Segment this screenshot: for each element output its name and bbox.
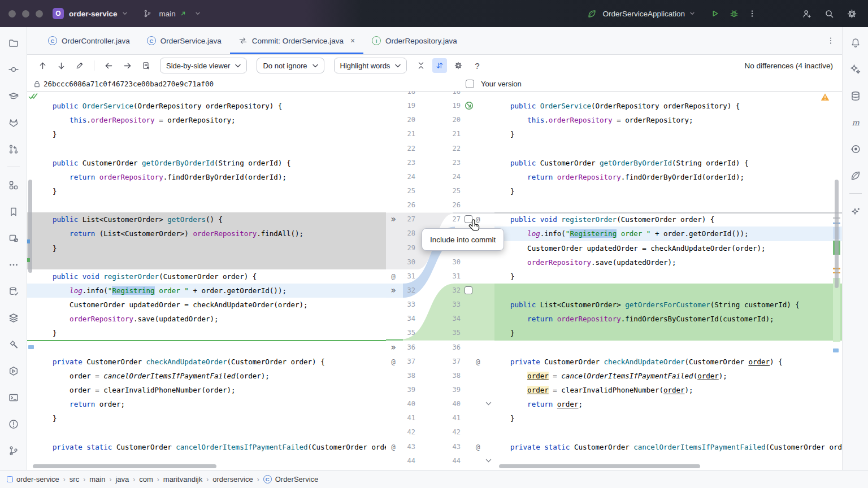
breadcrumb-item[interactable]: order-service [7, 475, 59, 483]
problems-icon[interactable] [4, 411, 23, 437]
recent-icon[interactable] [846, 136, 865, 162]
breadcrumb-separator: › [257, 476, 259, 483]
right-line-number: 20 [445, 113, 461, 127]
breadcrumb-item[interactable]: com [139, 475, 153, 483]
debug-button[interactable] [727, 6, 741, 21]
data-frame-icon[interactable] [4, 225, 23, 251]
gitlab-icon[interactable] [4, 109, 23, 136]
diff-toolbar: Side-by-side viewer Do not ignore Highli… [27, 55, 842, 76]
breadcrumb-item[interactable]: main [89, 475, 105, 483]
window-zoom-button[interactable] [36, 10, 43, 18]
commit-icon[interactable] [4, 56, 23, 82]
whitespace-dropdown[interactable]: Do not ignore [257, 58, 324, 73]
include-into-commit-checkbox[interactable] [465, 286, 472, 294]
edit-icon[interactable] [72, 58, 87, 73]
breadcrumb-item[interactable]: java [115, 475, 129, 483]
tab-orderrepository[interactable]: I OrderRepository.java [363, 27, 466, 54]
search-icon[interactable] [822, 6, 836, 21]
layers-icon[interactable] [4, 304, 23, 331]
chevron-down-icon[interactable] [118, 6, 132, 21]
code-line: } [494, 184, 842, 198]
branch-icon[interactable] [4, 437, 23, 464]
right-vertical-scrollbar[interactable] [835, 180, 839, 288]
sparkles-icon[interactable] [846, 56, 865, 82]
branch-name[interactable]: main [159, 10, 176, 18]
left-horizontal-scrollbar[interactable] [33, 464, 216, 468]
synchronize-scrolling-toggle[interactable] [432, 58, 447, 73]
close-icon[interactable]: × [350, 36, 355, 45]
chevron-down-icon[interactable] [685, 6, 700, 21]
next-change-button[interactable] [54, 58, 68, 73]
left-line-number: 18 [400, 91, 415, 99]
breadcrumb-item[interactable]: src [70, 475, 79, 483]
run-button[interactable] [708, 6, 722, 21]
database-icon[interactable] [846, 82, 865, 109]
tab-options-kebab-icon[interactable] [826, 36, 835, 45]
more-options-icon[interactable] [745, 6, 760, 21]
spring-leaf-icon[interactable] [846, 162, 865, 189]
diff-settings-gear-icon[interactable] [451, 58, 466, 73]
window-close-button[interactable] [8, 10, 16, 18]
preview-diff-icon[interactable] [138, 58, 153, 73]
bookmark-icon[interactable] [4, 198, 23, 225]
hammer-icon[interactable] [4, 331, 23, 358]
left-line-number: 31 [400, 269, 415, 284]
gutter-row: 2626 [386, 198, 494, 212]
folder-icon[interactable] [4, 29, 23, 56]
help-icon[interactable]: ? [470, 58, 484, 73]
ai-dot-icon[interactable] [846, 198, 865, 225]
breadcrumb-bar: order-service›src›main›java›com›maritvan… [0, 470, 868, 488]
breadcrumb-item[interactable]: maritvandijk [163, 475, 202, 483]
right-horizontal-scrollbar[interactable] [499, 464, 700, 468]
collapse-unchanged-icon[interactable] [414, 58, 428, 73]
right-line-number: 21 [445, 127, 461, 141]
git-branch-icon [140, 6, 155, 21]
diff-left-editor[interactable]: public OrderService(OrderRepository orde… [27, 91, 386, 470]
tab-orderservice[interactable]: C OrderService.java [138, 27, 230, 54]
more-icon[interactable] [4, 251, 23, 278]
fold-chevron-icon[interactable] [485, 402, 492, 406]
settings-gear-icon[interactable] [844, 6, 859, 21]
code-line: orderRepository.save(updatedOrder); [494, 255, 842, 269]
left-line-number: 39 [400, 383, 415, 397]
previous-change-button[interactable] [35, 58, 50, 73]
pull-request-icon[interactable] [4, 136, 23, 162]
terminal-icon[interactable] [4, 384, 23, 411]
code-line [494, 425, 842, 439]
tab-commit-orderservice[interactable]: Commit: OrderService.java × [230, 27, 363, 54]
tab-label: OrderController.java [62, 37, 130, 45]
warning-icon[interactable] [821, 93, 830, 101]
viewer-mode-dropdown[interactable]: Side-by-side viewer [160, 58, 247, 73]
tab-label: Commit: OrderService.java [252, 37, 344, 45]
window-minimize-button[interactable] [22, 10, 29, 18]
chevron-down-icon[interactable] [190, 6, 205, 21]
gutter-row: 2121 [386, 127, 494, 141]
project-name[interactable]: order-service [69, 10, 118, 18]
structure-icon[interactable] [4, 172, 23, 198]
diff-right-editor[interactable]: public OrderService(OrderRepository orde… [494, 91, 842, 470]
fold-chevron-icon[interactable] [485, 459, 492, 463]
breadcrumb-item[interactable]: COrderService [263, 475, 319, 483]
right-line-number: 18 [445, 91, 461, 99]
run-configuration-name[interactable]: OrderServiceApplication [602, 10, 685, 18]
change-chevron-icon: » [388, 284, 398, 298]
run-icon[interactable] [4, 358, 23, 384]
code-line: public void registerOrder(CustomerOrder … [27, 269, 386, 284]
code-line: order = clearInvalidPhoneNumber(order); [494, 383, 842, 397]
database-check-icon[interactable] [4, 278, 23, 304]
back-button[interactable] [101, 58, 116, 73]
bell-icon[interactable] [846, 29, 865, 56]
learn-icon[interactable] [4, 82, 23, 109]
forward-button[interactable] [120, 58, 134, 73]
code-line: } [27, 241, 386, 255]
tab-ordercontroller[interactable]: C OrderController.java [40, 27, 138, 54]
breadcrumb-item[interactable]: orderservice [212, 475, 253, 483]
maven-icon[interactable]: m [846, 109, 865, 136]
diff-status-text: No differences (4 inactive) [744, 62, 842, 70]
window-controls[interactable] [8, 10, 43, 18]
code-line: public List<CustomerOrder> getOrdersForC… [494, 298, 842, 312]
include-all-checkbox[interactable] [466, 80, 474, 88]
highlight-mode-dropdown[interactable]: Highlight words [334, 58, 407, 73]
breadcrumb-label: java [115, 475, 129, 483]
add-user-icon[interactable] [799, 6, 814, 21]
